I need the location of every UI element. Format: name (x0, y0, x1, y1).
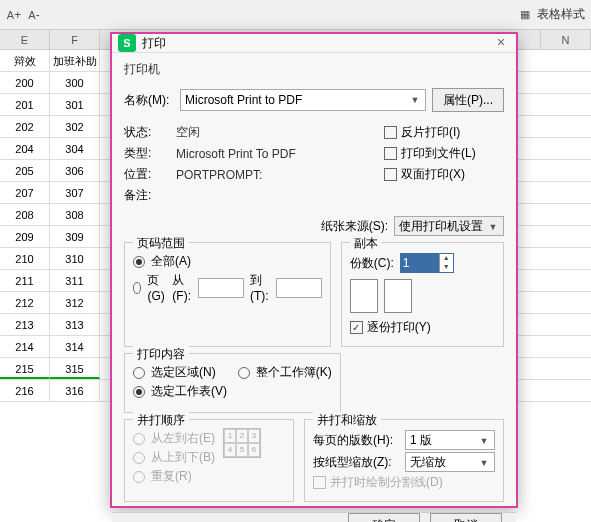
lr-label: 从左到右(E) (151, 430, 215, 447)
copies-legend: 副本 (350, 235, 382, 252)
table-style-icon[interactable]: ▦ (517, 7, 533, 23)
cell[interactable]: 306 (50, 160, 100, 181)
cell[interactable]: 312 (50, 292, 100, 313)
per-page-select[interactable]: 1 版▼ (405, 430, 495, 450)
where-value: PORTPROMPT: (176, 168, 384, 182)
paper-source-select[interactable]: 使用打印机设置 ▼ (394, 216, 504, 236)
header-cell: 辩效 (0, 50, 50, 71)
cell[interactable]: 315 (50, 358, 100, 379)
reverse-checkbox[interactable] (384, 126, 397, 139)
cell[interactable]: 216 (0, 380, 50, 401)
spin-down-icon[interactable]: ▼ (440, 263, 453, 272)
repeat-label: 重复(R) (151, 468, 192, 485)
cell[interactable]: 214 (0, 336, 50, 357)
status-label: 状态: (124, 124, 174, 141)
collate-checkbox[interactable] (350, 321, 363, 334)
cell[interactable]: 200 (0, 72, 50, 93)
cell[interactable]: 309 (50, 226, 100, 247)
from-input[interactable] (198, 278, 244, 298)
page-stack-icon (384, 279, 412, 313)
table-style-label: 表格样式 (537, 6, 585, 23)
printer-name-select[interactable]: Microsoft Print to PDF ▼ (180, 89, 426, 111)
to-label: 到(T): (250, 272, 270, 303)
tofile-label: 打印到文件(L) (401, 145, 476, 162)
copies-label: 份数(C): (350, 255, 394, 272)
chevron-down-icon: ▼ (407, 92, 423, 108)
cell[interactable]: 302 (50, 116, 100, 137)
cell[interactable]: 208 (0, 204, 50, 225)
lr-radio (133, 433, 145, 445)
cell[interactable]: 308 (50, 204, 100, 225)
status-value: 空闲 (176, 124, 384, 141)
cell[interactable]: 213 (0, 314, 50, 335)
all-pages-label: 全部(A) (151, 253, 191, 270)
cell[interactable]: 201 (0, 94, 50, 115)
spin-up-icon[interactable]: ▲ (440, 254, 453, 263)
cell[interactable]: 205 (0, 160, 50, 181)
collate-label: 逐份打印(Y) (367, 319, 431, 336)
cancel-button[interactable]: 取消 (430, 513, 502, 522)
to-input[interactable] (276, 278, 322, 298)
selection-radio[interactable] (133, 367, 145, 379)
cell[interactable]: 307 (50, 182, 100, 203)
close-icon[interactable]: × (492, 34, 510, 52)
cell[interactable]: 207 (0, 182, 50, 203)
duplex-checkbox[interactable] (384, 168, 397, 181)
pages-label: 页(G) (147, 272, 166, 303)
cell[interactable]: 311 (50, 270, 100, 291)
cell[interactable]: 304 (50, 138, 100, 159)
cell[interactable]: 314 (50, 336, 100, 357)
order-legend: 并打顺序 (133, 412, 189, 429)
cell[interactable]: 204 (0, 138, 50, 159)
dialog-title: 打印 (142, 35, 492, 52)
workbook-radio[interactable] (238, 367, 250, 379)
cell[interactable]: 300 (50, 72, 100, 93)
cell[interactable]: 316 (50, 380, 100, 401)
type-label: 类型: (124, 145, 174, 162)
copies-value: 1 (401, 254, 439, 272)
comment-label: 备注: (124, 187, 174, 204)
col-header[interactable]: N (541, 30, 591, 49)
where-label: 位置: (124, 166, 174, 183)
paper-source-label: 纸张来源(S): (321, 218, 388, 235)
cell[interactable]: 210 (0, 248, 50, 269)
cell[interactable]: 310 (50, 248, 100, 269)
zoom-select[interactable]: 无缩放▼ (405, 452, 495, 472)
cell[interactable]: 209 (0, 226, 50, 247)
print-dialog: S 打印 × 打印机 名称(M): Microsoft Print to PDF… (110, 32, 518, 508)
paper-source-value: 使用打印机设置 (399, 218, 483, 235)
type-value: Microsoft Print To PDF (176, 147, 384, 161)
tofile-checkbox[interactable] (384, 147, 397, 160)
sheet-radio[interactable] (133, 386, 145, 398)
font-size-down-icon[interactable]: A- (26, 7, 42, 23)
copies-spinner[interactable]: 1 ▲▼ (400, 253, 454, 273)
name-label: 名称(M): (124, 92, 174, 109)
selection-label: 选定区域(N) (151, 364, 216, 381)
font-size-up-icon[interactable]: A+ (6, 7, 22, 23)
cell[interactable]: 215 (0, 358, 50, 379)
print-order-fieldset: 并打顺序 从左到右(E) 从上到下(B) 重复(R) 123456 (124, 419, 294, 502)
properties-button[interactable]: 属性(P)... (432, 88, 504, 112)
content-legend: 打印内容 (133, 346, 189, 363)
cell[interactable]: 212 (0, 292, 50, 313)
scale-fieldset: 并打和缩放 每页的版数(H): 1 版▼ 按纸型缩放(Z): 无缩放▼ 并打时绘… (304, 419, 504, 502)
col-header[interactable]: E (0, 30, 50, 49)
col-header[interactable]: F (50, 30, 100, 49)
zoom-value: 无缩放 (410, 454, 446, 471)
cell[interactable]: 202 (0, 116, 50, 137)
scale-legend: 并打和缩放 (313, 412, 381, 429)
collate-diagram (350, 279, 495, 313)
ribbon-toolbar: A+ A- ▦ 表格样式 (0, 0, 591, 30)
tb-radio (133, 452, 145, 464)
cell[interactable]: 301 (50, 94, 100, 115)
reverse-label: 反片打印(I) (401, 124, 460, 141)
printer-section-label: 打印机 (124, 61, 504, 78)
print-content-fieldset: 打印内容 选定区域(N) 整个工作簿(K) 选定工作表(V) (124, 353, 341, 413)
cell[interactable]: 313 (50, 314, 100, 335)
all-pages-radio[interactable] (133, 256, 145, 268)
dialog-titlebar[interactable]: S 打印 × (112, 34, 516, 53)
pages-radio[interactable] (133, 282, 141, 294)
drawlines-checkbox (313, 476, 326, 489)
ok-button[interactable]: 确定 (348, 513, 420, 522)
cell[interactable]: 211 (0, 270, 50, 291)
